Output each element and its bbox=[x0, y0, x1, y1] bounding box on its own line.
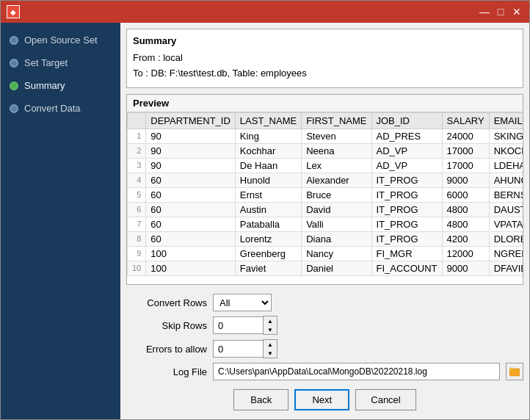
app-icon: ◆ bbox=[7, 5, 20, 18]
skip-rows-label: Skip Rows bbox=[126, 320, 207, 331]
skip-rows-input[interactable] bbox=[213, 316, 263, 334]
errors-input[interactable] bbox=[213, 340, 263, 358]
errors-row: Errors to allow ▲ ▼ bbox=[126, 339, 523, 358]
preview-table-container[interactable]: DEPARTMENT_ID LAST_NAME FIRST_NAME JOB_I… bbox=[127, 112, 523, 284]
table-row: 9100GreenbergNancyFI_MGR12000NGREENBE bbox=[128, 246, 523, 261]
sidebar-label-summary: Summary bbox=[24, 80, 65, 91]
titlebar: ◆ — □ ✕ bbox=[1, 1, 529, 23]
summary-title: Summary bbox=[133, 35, 517, 46]
col-header-job: JOB_ID bbox=[371, 112, 442, 128]
errors-btns: ▲ ▼ bbox=[263, 339, 277, 358]
col-header-email: EMAIL bbox=[489, 112, 523, 128]
sidebar-dot-summary bbox=[10, 82, 18, 90]
main-window: ◆ — □ ✕ Open Source Set Set Target Summa… bbox=[0, 0, 530, 420]
table-row: 660AustinDavidIT_PROG4800DAUSTIN bbox=[128, 202, 523, 217]
sidebar-item-summary[interactable]: Summary bbox=[1, 74, 120, 97]
errors-spinner: ▲ ▼ bbox=[213, 339, 277, 358]
skip-rows-btns: ▲ ▼ bbox=[263, 316, 277, 335]
table-row: 860LorentzDianaIT_PROG4200DLORENTZ bbox=[128, 231, 523, 246]
form-area: Convert Rows All First N Custom Skip Row… bbox=[126, 291, 523, 383]
titlebar-left: ◆ bbox=[7, 5, 20, 18]
cancel-button[interactable]: Cancel bbox=[355, 389, 415, 410]
errors-up[interactable]: ▲ bbox=[264, 340, 277, 349]
convert-rows-row: Convert Rows All First N Custom bbox=[126, 294, 523, 311]
col-header-first: FIRST_NAME bbox=[302, 112, 371, 128]
sidebar-item-open-source[interactable]: Open Source Set bbox=[1, 29, 120, 51]
table-row: 560ErnstBruceIT_PROG6000BERNST bbox=[128, 187, 523, 202]
back-button[interactable]: Back bbox=[233, 389, 288, 410]
sidebar-label-open-source: Open Source Set bbox=[24, 35, 98, 46]
skip-rows-up[interactable]: ▲ bbox=[264, 316, 277, 325]
maximize-button[interactable]: □ bbox=[494, 5, 507, 18]
sidebar-item-set-target[interactable]: Set Target bbox=[1, 51, 120, 74]
main-content: Summary From : local To : DB: F:\test\te… bbox=[120, 23, 529, 419]
sidebar: Open Source Set Set Target Summary Conve… bbox=[1, 23, 120, 419]
skip-rows-row: Skip Rows ▲ ▼ bbox=[126, 316, 523, 335]
table-row: 460HunoldAlexanderIT_PROG9000AHUNOLD bbox=[128, 173, 523, 187]
table-row: 760PataballaValliIT_PROG4800VPATABAL bbox=[128, 217, 523, 231]
table-row: 390De HaanLexAD_VP17000LDEHAAN bbox=[128, 158, 523, 173]
sidebar-dot-set-target bbox=[10, 59, 18, 68]
logfile-label: Log File bbox=[126, 366, 207, 377]
summary-box: Summary From : local To : DB: F:\test\te… bbox=[126, 29, 523, 88]
footer: Back Next Cancel bbox=[126, 383, 523, 413]
table-row: 190KingStevenAD_PRES24000SKING bbox=[128, 128, 523, 143]
preview-box: Preview DEPARTMENT_ID LAST_NAME FIRST_NA… bbox=[126, 94, 523, 285]
col-header-salary: SALARY bbox=[442, 112, 489, 128]
table-row: 290KochharNeenaAD_VP17000NKOCHHAR bbox=[128, 143, 523, 158]
convert-rows-select[interactable]: All First N Custom bbox=[213, 294, 272, 311]
skip-rows-spinner: ▲ ▼ bbox=[213, 316, 277, 335]
logfile-browse-button[interactable] bbox=[506, 363, 523, 380]
skip-rows-down[interactable]: ▼ bbox=[264, 325, 277, 334]
col-header-num bbox=[128, 112, 146, 128]
summary-line-1: From : local To : DB: F:\test\test.db, T… bbox=[133, 51, 517, 82]
col-header-last: LAST_NAME bbox=[235, 112, 301, 128]
next-button[interactable]: Next bbox=[294, 389, 349, 410]
col-header-dept: DEPARTMENT_ID bbox=[146, 112, 236, 128]
logfile-input[interactable] bbox=[213, 363, 500, 380]
close-button[interactable]: ✕ bbox=[510, 5, 523, 18]
errors-label: Errors to allow bbox=[126, 344, 207, 355]
logfile-row: Log File bbox=[126, 363, 523, 380]
preview-table: DEPARTMENT_ID LAST_NAME FIRST_NAME JOB_I… bbox=[127, 112, 523, 276]
content-area: Open Source Set Set Target Summary Conve… bbox=[1, 23, 529, 419]
sidebar-label-convert-data: Convert Data bbox=[24, 103, 81, 114]
sidebar-label-set-target: Set Target bbox=[24, 57, 68, 68]
table-row: 10100FavietDanielFI_ACCOUNT9000DFAVIET bbox=[128, 261, 523, 275]
sidebar-dot-convert-data bbox=[10, 104, 18, 113]
sidebar-dot-open-source bbox=[10, 36, 18, 45]
errors-down[interactable]: ▼ bbox=[264, 349, 277, 358]
convert-rows-label: Convert Rows bbox=[126, 297, 207, 308]
titlebar-controls: — □ ✕ bbox=[478, 5, 523, 18]
folder-icon bbox=[509, 366, 520, 377]
preview-title: Preview bbox=[127, 95, 523, 112]
minimize-button[interactable]: — bbox=[478, 5, 491, 18]
sidebar-item-convert-data[interactable]: Convert Data bbox=[1, 97, 120, 120]
